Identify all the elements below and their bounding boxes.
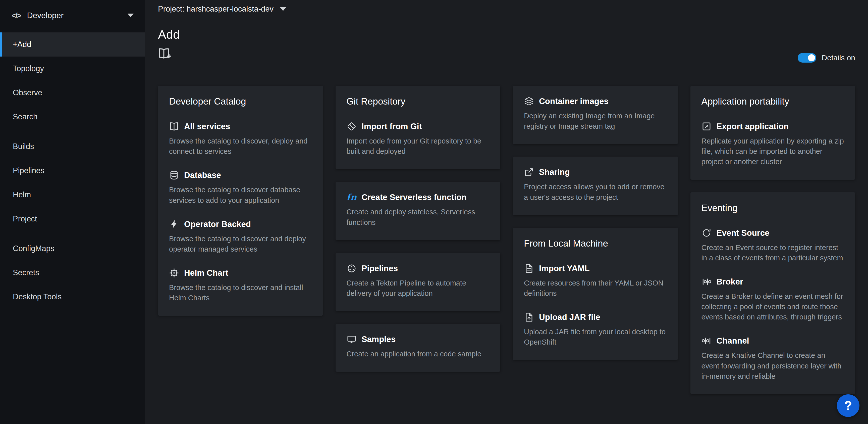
switch-knob: [808, 54, 815, 61]
card-column: Developer CatalogAll servicesBrowse the …: [158, 86, 323, 316]
perspective-label: Developer: [27, 11, 64, 20]
item-description: Create a Knative Channel to create an ev…: [702, 350, 844, 381]
project-selector[interactable]: Project: harshcasper-localsta-dev: [158, 4, 286, 13]
details-switch[interactable]: [798, 53, 816, 63]
card-sharing: SharingProject access allows you to add …: [513, 157, 678, 215]
sidebar-nav: +AddTopologyObserveSearchBuildsPipelines…: [0, 31, 145, 424]
item-sharing[interactable]: Sharing: [524, 167, 667, 177]
sidebar-item-add[interactable]: +Add: [0, 32, 145, 57]
item-description: Create an Event source to register inter…: [702, 243, 844, 263]
item-event-source[interactable]: Event Source: [702, 228, 844, 238]
main-area: Project: harshcasper-localsta-dev Add De…: [145, 0, 868, 424]
card-item: Import from GitImport code from your Git…: [347, 121, 490, 157]
card-item: PipelinesCreate a Tekton Pipeline to aut…: [347, 263, 490, 299]
item-title: Broker: [717, 277, 743, 286]
item-database[interactable]: Database: [169, 170, 312, 180]
item-title: Export application: [717, 122, 789, 131]
card-from-local-machine: From Local MachineImport YAMLCreate reso…: [513, 228, 678, 360]
item-export-application[interactable]: Export application: [702, 121, 844, 132]
card-title: Developer Catalog: [169, 96, 312, 107]
item-description: Create an application from a code sample: [347, 349, 490, 359]
card-column: Git RepositoryImport from GitImport code…: [336, 86, 501, 372]
help-button[interactable]: ?: [837, 394, 860, 417]
card-title: Git Repository: [347, 96, 490, 107]
card-item: ChannelCreate a Knative Channel to creat…: [702, 336, 844, 381]
details-toggle-group: Details on: [798, 53, 855, 63]
caret-down-icon: [128, 13, 134, 17]
sidebar-item-desktop-tools[interactable]: Desktop Tools: [0, 285, 145, 309]
card-item: SharingProject access allows you to add …: [524, 167, 667, 202]
item-operator-backed[interactable]: Operator Backed: [169, 219, 312, 229]
card-create-serverless-function: fnCreate Serverless functionCreate and d…: [336, 182, 501, 240]
item-container-images[interactable]: Container images: [524, 96, 667, 106]
card-item: Event SourceCreate an Event source to re…: [702, 228, 844, 263]
item-title: Operator Backed: [184, 219, 251, 229]
add-cards-grid: Developer CatalogAll servicesBrowse the …: [145, 72, 868, 424]
card-item: Helm ChartBrowse the catalog to discover…: [169, 268, 312, 303]
card-title: From Local Machine: [524, 238, 667, 249]
item-title: Import from Git: [362, 122, 422, 131]
item-helm-chart[interactable]: Helm Chart: [169, 268, 312, 278]
item-title: Create Serverless function: [362, 193, 467, 202]
channel-icon: [702, 336, 712, 346]
item-upload-jar-file[interactable]: Upload JAR file: [524, 312, 667, 322]
card-title: Application portability: [702, 96, 844, 107]
pipelines-icon: [347, 263, 356, 274]
item-description: Create a Broker to define an event mesh …: [702, 291, 844, 322]
item-title: Samples: [362, 335, 396, 344]
card-git-repository: Git RepositoryImport from GitImport code…: [336, 86, 501, 169]
item-title: Sharing: [539, 167, 570, 177]
item-description: Project access allows you to add or remo…: [524, 182, 667, 202]
card-application-portability: Application portabilityExport applicatio…: [690, 86, 856, 180]
sidebar-item-configmaps[interactable]: ConfigMaps: [0, 236, 145, 261]
export-icon: [702, 121, 712, 132]
git-icon: [347, 121, 356, 132]
card-item: All servicesBrowse the catalog to discov…: [169, 121, 312, 157]
sidebar-item-builds[interactable]: Builds: [0, 135, 145, 159]
page-header: Add Details on: [145, 18, 868, 72]
card-column: Application portabilityExport applicatio…: [690, 86, 856, 394]
card-item: Operator BackedBrowse the catalog to dis…: [169, 219, 312, 254]
item-title: Database: [184, 170, 221, 180]
item-broker[interactable]: Broker: [702, 277, 844, 287]
item-title: Channel: [717, 336, 749, 346]
item-title: Helm Chart: [184, 268, 228, 278]
database-icon: [169, 170, 179, 180]
item-pipelines[interactable]: Pipelines: [347, 263, 490, 274]
item-description: Replicate your application by exporting …: [702, 136, 844, 167]
item-description: Browse the catalog to discover, deploy a…: [169, 136, 312, 157]
item-channel[interactable]: Channel: [702, 336, 844, 346]
catalog-icon: [169, 121, 179, 132]
item-description: Browse the catalog to discover database …: [169, 185, 312, 205]
item-title: Event Source: [717, 228, 770, 238]
sidebar-item-project[interactable]: Project: [0, 207, 145, 231]
card-item: DatabaseBrowse the catalog to discover d…: [169, 170, 312, 205]
sidebar-item-secrets[interactable]: Secrets: [0, 261, 145, 285]
container-images-icon: [524, 96, 534, 106]
card-item: Import YAMLCreate resources from their Y…: [524, 263, 667, 299]
card-samples: SamplesCreate an application from a code…: [336, 324, 501, 372]
sidebar-item-pipelines[interactable]: Pipelines: [0, 159, 145, 183]
page-title: Add: [158, 27, 855, 41]
caret-down-icon: [280, 7, 286, 11]
item-title: All services: [184, 122, 230, 131]
details-toggle-label: Details on: [822, 54, 855, 62]
sidebar-item-topology[interactable]: Topology: [0, 57, 145, 81]
event-source-icon: [702, 228, 712, 238]
project-label: Project: harshcasper-localsta-dev: [158, 4, 274, 13]
card-container-images: Container imagesDeploy an existing Image…: [513, 86, 678, 144]
item-import-yaml[interactable]: Import YAML: [524, 263, 667, 274]
catalog-plus-icon[interactable]: [158, 47, 171, 60]
perspective-switcher[interactable]: </> Developer: [0, 0, 145, 31]
item-samples[interactable]: Samples: [347, 334, 490, 344]
sidebar-item-search[interactable]: Search: [0, 105, 145, 129]
import-yaml-icon: [524, 263, 534, 274]
item-description: Upload a JAR file from your local deskto…: [524, 327, 667, 347]
helm-icon: [169, 268, 179, 278]
sidebar-item-helm[interactable]: Helm: [0, 183, 145, 207]
sidebar-item-observe[interactable]: Observe: [0, 81, 145, 105]
item-all-services[interactable]: All services: [169, 121, 312, 132]
item-import-from-git[interactable]: Import from Git: [347, 121, 490, 132]
item-create-serverless-function[interactable]: fnCreate Serverless function: [347, 192, 490, 202]
card-item: Container imagesDeploy an existing Image…: [524, 96, 667, 132]
